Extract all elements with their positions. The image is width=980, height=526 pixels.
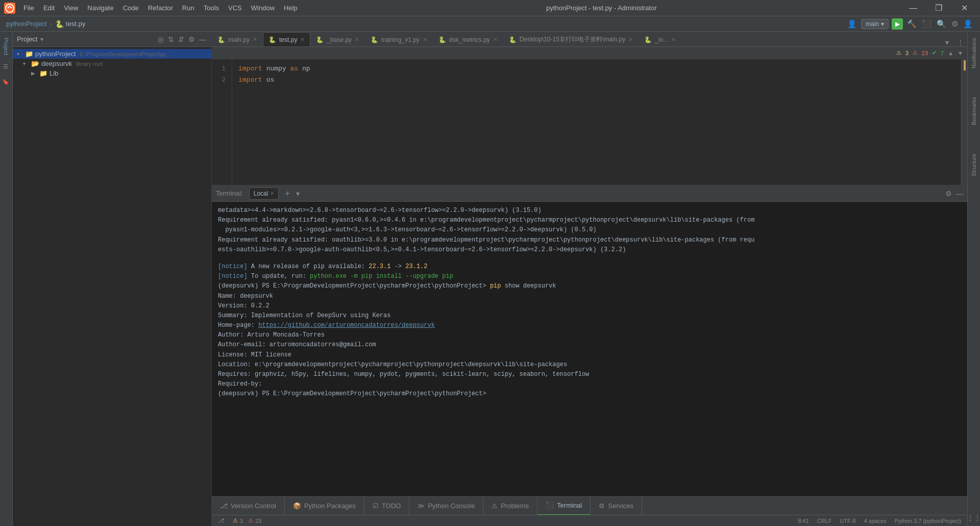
terminal-tab-close[interactable]: ✕	[270, 190, 274, 196]
terminal-minimize-icon[interactable]: —	[956, 189, 963, 198]
tab-close-test[interactable]: ✕	[300, 36, 305, 43]
hide-icon[interactable]: —	[198, 34, 207, 44]
tree-lib[interactable]: ▶ 📁 Lib	[13, 68, 211, 78]
bottom-tab-todo[interactable]: ☑ TODO	[364, 497, 409, 515]
tab-close-dsk[interactable]: ✕	[493, 36, 498, 43]
nav-up-icon[interactable]: ▲	[948, 50, 953, 56]
run-button[interactable]: ▶	[892, 18, 903, 30]
sidebar-bottom-icon[interactable]: ⋮⋮	[967, 514, 980, 522]
term-homepage-link[interactable]: https://github.com/arturomoncadatorres/d…	[258, 322, 435, 329]
tree-deepsurvk[interactable]: ▾ 📂 deepsurvk library root	[13, 59, 211, 68]
terminal-add-button[interactable]: +	[283, 189, 291, 198]
warning-icon: ⚠	[896, 50, 901, 56]
chevron-down-icon: ▾	[881, 20, 884, 28]
term-prompt-1: (deepsurvk) PS E:\ProgramDevelopmentProj…	[218, 281, 961, 291]
structure-icon[interactable]: Structure	[971, 152, 977, 179]
user-icon[interactable]: 👤	[846, 18, 858, 30]
terminal-body[interactable]: metadata>=4.4->markdown>=2.6.8->tensorbo…	[212, 202, 967, 496]
tab-close-desktop[interactable]: ✕	[628, 36, 633, 43]
term-line-5: ests-oauthlib>=0.7.0->google-auth-oauthl…	[218, 245, 961, 255]
toolbar-icons: 👤 main ▾ ▶ 🔨 ⬛ 🔍 ⚙ 👤	[846, 18, 974, 30]
terminal-dropdown-icon[interactable]: ▾	[296, 189, 300, 198]
tab-close-base[interactable]: ✕	[355, 36, 359, 43]
status-line-ending[interactable]: CRLF	[817, 518, 832, 524]
settings-icon[interactable]: ⚙	[950, 18, 959, 30]
menu-run[interactable]: Run	[178, 3, 199, 13]
nav-down-icon[interactable]: ▼	[958, 50, 963, 56]
menu-view[interactable]: View	[60, 3, 82, 13]
tab-desktop-main[interactable]: 🐍 Desktop\10-15非打印电子资料\main.py ✕	[503, 32, 639, 46]
menu-tools[interactable]: Tools	[200, 3, 223, 13]
tab-training[interactable]: 🐍 training_v1.py ✕	[365, 32, 433, 46]
sidebar-commit-icon[interactable]: ☰	[3, 61, 10, 72]
stop-icon[interactable]: ⬛	[921, 18, 933, 30]
close-button[interactable]: ✕	[952, 0, 976, 16]
todo-icon: ☑	[373, 502, 379, 510]
collapse-icon[interactable]: ▾	[40, 36, 43, 43]
tab-icon-in: 🐍	[644, 36, 652, 43]
build-icon[interactable]: 🔨	[906, 18, 918, 30]
bottom-tab-services[interactable]: ⚙ Services	[591, 497, 642, 515]
menu-vcs[interactable]: VCS	[224, 3, 246, 13]
profile-icon[interactable]: 👤	[962, 18, 974, 30]
menu-file[interactable]: File	[19, 3, 38, 13]
run-config-dropdown[interactable]: main ▾	[861, 19, 889, 29]
code-content[interactable]: import numpy as np import os	[232, 59, 961, 185]
tab-in[interactable]: 🐍 _in... ✕	[639, 32, 681, 46]
menu-window[interactable]: Window	[247, 3, 279, 13]
tab-icon-active: 🐍	[268, 36, 276, 43]
bottom-tab-problems[interactable]: ⚠ Problems	[483, 497, 537, 515]
terminal-label: Terminal:	[216, 189, 243, 197]
menu-code[interactable]: Code	[119, 3, 143, 13]
menu-navigate[interactable]: Navigate	[83, 3, 117, 13]
bottom-tabs: ⎇ Version Control 📦 Python Packages ☑ TO…	[212, 496, 967, 515]
tabs-overflow[interactable]: ▾	[942, 38, 952, 46]
minimize-button[interactable]: —	[901, 0, 925, 16]
terminal-tab-label: Local	[254, 190, 268, 197]
bottom-tab-python-console[interactable]: ≫ Python Console	[409, 497, 483, 515]
maximize-button[interactable]: ❐	[927, 0, 950, 16]
bottom-tab-version-control[interactable]: ⎇ Version Control	[212, 497, 285, 515]
services-icon: ⚙	[599, 502, 605, 510]
menu-edit[interactable]: Edit	[39, 3, 59, 13]
tree-deepsurvk-name: deepsurvk	[41, 60, 72, 67]
right-sidebar: Notifications Bookmarks Structure ⋮⋮	[967, 32, 980, 526]
code-line-2: import os	[238, 75, 955, 86]
tab-close-training[interactable]: ✕	[423, 36, 427, 43]
editor-scrollbar[interactable]	[961, 59, 967, 185]
expand-all-icon[interactable]: ⇅	[167, 34, 175, 44]
term-homepage: Home-page: https://github.com/arturomonc…	[218, 321, 961, 330]
tree-root[interactable]: ▾ 📁 pythonProject E:\ProgramDevelopmentP…	[13, 49, 211, 59]
tab-base-py[interactable]: 🐍 _base.py ✕	[310, 32, 365, 46]
terminal-settings-icon[interactable]: ⚙	[945, 189, 952, 198]
bottom-tab-python-packages[interactable]: 📦 Python Packages	[285, 497, 364, 515]
tab-test-py[interactable]: 🐍 test.py ✕	[263, 32, 310, 46]
collapse-all-icon[interactable]: ⇵	[177, 34, 185, 44]
menu-help[interactable]: Help	[280, 3, 302, 13]
terminal-tab-local[interactable]: Local ✕	[249, 187, 279, 200]
terminal-panel: Terminal: Local ✕ + ▾ ⚙ — metadata>=4.4-…	[212, 185, 967, 496]
tab-dsk[interactable]: 🐍 dsk_metrics.py ✕	[433, 32, 503, 46]
breadcrumb-project[interactable]: pythonProject	[6, 20, 47, 28]
notifications-icon[interactable]: Notifications	[971, 36, 977, 70]
status-indent[interactable]: 4 spaces	[864, 518, 887, 524]
tree-lib-name: Lib	[50, 69, 58, 77]
sidebar-bookmark-icon[interactable]: 🔖	[3, 76, 10, 87]
bookmarks-icon[interactable]: Bookmarks	[971, 95, 977, 127]
sidebar-project-icon[interactable]: Project	[3, 36, 9, 57]
tab-close-main[interactable]: ✕	[253, 36, 257, 43]
gear-icon[interactable]: ⚙	[187, 34, 196, 44]
search-icon[interactable]: 🔍	[936, 18, 947, 30]
bottom-tab-console-label: Python Console	[428, 502, 475, 510]
terminal-tabs-bar: Terminal: Local ✕ + ▾ ⚙ —	[212, 185, 967, 202]
locate-icon[interactable]: ◎	[157, 34, 165, 44]
tab-close-in[interactable]: ✕	[671, 36, 676, 43]
bottom-tab-terminal[interactable]: ⬛ Terminal	[537, 497, 591, 515]
tabs-more[interactable]: ⋮	[954, 38, 967, 46]
menu-refactor[interactable]: Refactor	[144, 3, 177, 13]
tab-main-py[interactable]: 🐍 main.py ✕	[212, 32, 263, 46]
status-encoding[interactable]: UTF-8	[840, 518, 856, 524]
status-python-version[interactable]: Python 3.7 (pythonProject)	[895, 518, 961, 524]
project-panel-header: Project ▾ ◎ ⇅ ⇵ ⚙ —	[13, 32, 211, 47]
term-line-4: Requirement already satisfied: oauthlib>…	[218, 235, 961, 245]
